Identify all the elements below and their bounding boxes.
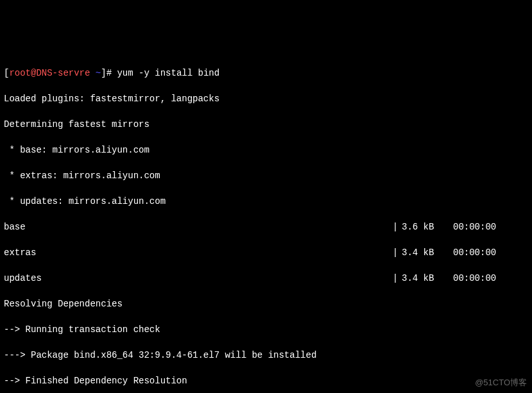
resolving-line: Resolving Dependencies bbox=[4, 297, 528, 310]
mirror-updates: * updates: mirrors.aliyun.com bbox=[4, 195, 528, 208]
repo-name: base bbox=[4, 221, 389, 233]
repo-time: 00:00:00 bbox=[453, 272, 511, 285]
repo-size: 3.6 kB bbox=[402, 221, 453, 233]
separator: | bbox=[389, 272, 402, 285]
repo-size: 3.4 kB bbox=[402, 246, 453, 259]
repo-name: updates bbox=[4, 272, 389, 285]
terminal-output: [root@DNS-servre ~]# yum -y install bind… bbox=[4, 54, 528, 393]
prompt-line: [root@DNS-servre ~]# yum -y install bind bbox=[4, 67, 528, 79]
prompt-user-host: root@DNS-servre bbox=[9, 68, 90, 78]
repo-size: 3.4 kB bbox=[402, 272, 453, 285]
finished-dep-line: --> Finished Dependency Resolution bbox=[4, 374, 528, 387]
mirror-extras: * extras: mirrors.aliyun.com bbox=[4, 169, 528, 182]
running-check-line: --> Running transaction check bbox=[4, 323, 528, 336]
determining-line: Determining fastest mirrors bbox=[4, 118, 528, 131]
separator: | bbox=[389, 221, 402, 233]
mirror-base: * base: mirrors.aliyun.com bbox=[4, 144, 528, 156]
repo-name: extras bbox=[4, 246, 389, 259]
repo-time: 00:00:00 bbox=[453, 221, 511, 233]
prompt-cwd: ~ bbox=[96, 68, 101, 78]
package-will-install-line: ---> Package bind.x86_64 32:9.9.4-61.el7… bbox=[4, 349, 528, 362]
plugins-line: Loaded plugins: fastestmirror, langpacks bbox=[4, 92, 528, 105]
command-text: yum -y install bind bbox=[117, 68, 219, 78]
repo-row-extras: extras|3.4 kB00:00:00 bbox=[4, 246, 528, 259]
repo-row-base: base|3.6 kB00:00:00 bbox=[4, 221, 528, 233]
separator: | bbox=[389, 246, 402, 259]
watermark: @51CTO博客 bbox=[475, 376, 527, 389]
repo-time: 00:00:00 bbox=[453, 246, 511, 259]
repo-row-updates: updates|3.4 kB00:00:00 bbox=[4, 272, 528, 285]
